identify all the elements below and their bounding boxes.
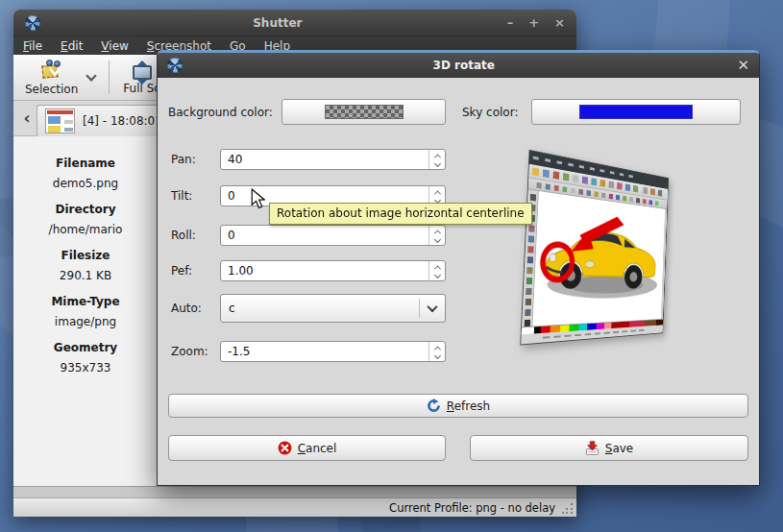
auto-combobox[interactable]: c [220,294,446,323]
statusbar: Current Profile: png - no delay [13,497,576,517]
roll-spinbox [220,225,446,246]
save-icon [585,441,599,455]
info-label: Mime-Type [13,295,158,308]
cancel-label: Cancel [298,442,337,455]
background-color-label: Background color: [168,106,273,119]
zoom-label: Zoom: [171,345,208,358]
sky-color-button[interactable] [531,99,741,125]
fullscreen-icon [133,65,152,80]
roll-input[interactable] [221,229,428,242]
pan-input[interactable] [221,153,428,166]
pan-spinbox [220,149,446,170]
tilt-label: Tilt: [171,189,192,203]
spin-down-icon[interactable] [433,271,440,278]
info-label: Geometry [13,341,158,354]
pef-spin-buttons[interactable] [428,261,445,280]
selection-label: Selection [25,83,78,96]
maximize-button[interactable]: + [528,10,539,36]
zoom-spin-buttons[interactable] [428,342,445,361]
spin-down-icon[interactable] [433,159,440,166]
pan-label: Pan: [171,153,196,166]
tab-nav-back-icon[interactable]: ‹ [17,109,37,128]
window-title: Shutter [48,16,507,30]
preview-canvas [532,191,667,326]
chevron-down-icon [427,302,437,312]
dialog-close-button[interactable]: ✕ [737,53,749,78]
save-button[interactable]: Save [470,435,748,461]
menu-file[interactable]: File [23,39,42,53]
menu-edit[interactable]: Edit [61,39,83,53]
info-value: /home/mario [13,223,158,236]
window-bottom-strip [13,486,576,497]
selection-capture-button[interactable]: Selection [17,57,86,98]
sky-color-label: Sky color: [462,106,518,119]
3d-preview-image [520,150,669,346]
background-color-swatch [325,105,404,119]
selection-icon [39,60,64,81]
roll-label: Roll: [171,229,196,242]
sky-color-swatch [579,105,693,119]
shutter-logo-icon [167,58,183,73]
info-value: 290.1 KB [13,269,158,282]
zoom-input[interactable] [221,345,428,358]
desktop-background: Shutter – + × File Edit View Screenshot … [0,0,783,532]
pan-spin-buttons[interactable] [428,150,445,169]
shutter-logo-icon [25,15,40,31]
auto-label: Auto: [171,302,202,315]
cancel-button[interactable]: Cancel [168,435,446,461]
selection-dropdown-chevron-icon[interactable] [86,70,97,81]
save-label: Save [605,442,633,455]
pef-label: Pef: [171,264,192,278]
background-color-button[interactable] [281,99,446,125]
toolbar-separator [109,60,110,94]
current-profile-status: Current Profile: png - no delay [389,501,555,515]
resize-grip[interactable] [562,502,574,514]
refresh-label: Refresh [447,399,490,413]
spin-down-icon[interactable] [433,235,440,242]
menu-view[interactable]: View [101,39,128,53]
pef-spinbox [220,260,446,281]
pef-input[interactable] [221,264,428,278]
tab-label: [4] - 18:08:01 [83,114,162,128]
3d-rotate-dialog: 3D rotate ✕ Background color: Sky color:… [157,50,760,486]
minimize-button[interactable]: – [507,10,514,36]
info-label: Filesize [13,249,158,262]
cancel-icon [278,441,292,455]
info-label: Directory [13,203,158,216]
tilt-tooltip: Rotation about image horizontal centerli… [269,203,532,225]
info-value: demo5.png [13,177,158,190]
screenshot-thumbnail [45,109,75,133]
yellow-car-graphic [533,197,665,316]
close-button[interactable]: × [554,10,565,36]
refresh-icon [427,399,441,413]
refresh-button[interactable]: Refresh [168,394,748,418]
spin-down-icon[interactable] [433,351,440,358]
info-value: image/png [13,315,158,328]
main-titlebar[interactable]: Shutter – + × [13,10,576,36]
auto-selected-value: c [221,302,419,315]
info-value: 935x733 [13,361,158,375]
dialog-titlebar[interactable]: 3D rotate ✕ [158,53,759,78]
info-label: Filename [13,157,158,170]
roll-spin-buttons[interactable] [428,226,445,245]
dialog-title: 3D rotate [190,59,737,72]
file-info-panel: Filename demo5.png Directory /home/mario… [13,136,158,486]
mouse-cursor [251,188,265,209]
zoom-spinbox [220,341,446,362]
